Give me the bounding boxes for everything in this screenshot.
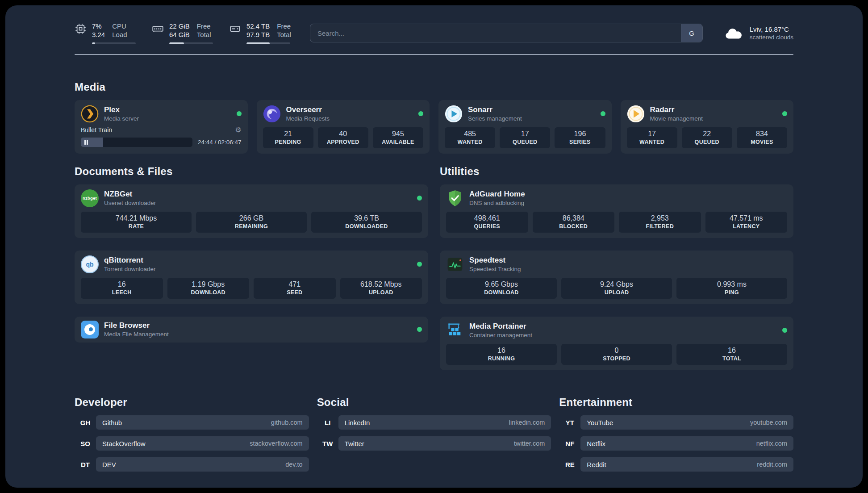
service-card-plex[interactable]: Plex Media server Bullet Train ⚙ [75,100,248,154]
service-card-portainer[interactable]: Media Portainer Container management 16 … [440,317,793,370]
bookmark-linkedin[interactable]: LI LinkedIn linkedin.com [317,415,551,430]
search-input[interactable] [310,24,681,42]
stat-label: BLOCKED [534,223,613,230]
stat-label: DOWNLOAD [169,289,248,296]
stat-tile: 39.6 TB DOWNLOADED [311,212,422,233]
service-card-sonarr[interactable]: Sonarr Series management 485 WANTED 17 Q… [438,100,612,154]
stat-label: REMAINING [198,223,305,230]
stat-label: WANTED [447,139,493,145]
stat-tile: 0.993 ms PING [676,278,787,299]
bookmark-name: Twitter [345,440,364,447]
bookmark-github[interactable]: GH Github github.com [75,415,309,430]
stat-value: 744.21 Mbps [83,214,190,222]
service-card-adguard[interactable]: AdGuard Home DNS and adblocking 498,461 … [440,184,793,238]
stat-value: 266 GB [198,214,305,222]
playback-time: 24:44 / 02:06:47 [198,139,242,146]
disk-label-bottom: Total [277,31,291,39]
disk-metric: 52.4 TB 97.9 TB Free Total [229,22,291,44]
bookmark-abbr: YT [559,415,580,430]
bookmark-twitter[interactable]: TW Twitter twitter.com [317,436,551,451]
bookmark-name: YouTube [587,419,613,426]
service-name: NZBGet [104,190,156,199]
stat-tile: 9.65 Gbps DOWNLOAD [446,278,557,299]
playback-progress-bar[interactable] [81,138,192,147]
stat-value: 945 [375,130,421,138]
service-name: qBittorrent [104,256,156,265]
bookmark-group-social: Social LI LinkedIn linkedin.com TW Twitt… [317,395,551,472]
stat-tile: 2,953 FILTERED [619,212,701,233]
bookmark-group-developer: Developer GH Github github.com SO StackO… [75,395,309,472]
bookmark-youtube[interactable]: YT YouTube youtube.com [559,415,793,430]
bookmark-url: reddit.com [757,461,787,468]
stat-tile: 266 GB REMAINING [196,212,307,233]
section-title-social: Social [317,395,551,409]
cpu-label-top: CPU [112,22,127,31]
service-description: Usenet downloader [104,200,156,206]
stat-value: 485 [447,130,493,138]
status-dot [417,327,422,332]
bookmark-url: stackoverflow.com [250,440,302,447]
overseerr-icon [263,105,281,123]
service-card-radarr[interactable]: Radarr Movie management 17 WANTED 22 QUE… [621,100,794,154]
stat-tile: 9.24 Gbps UPLOAD [561,278,672,299]
service-name: Overseerr [286,105,330,114]
stat-tile: 744.21 Mbps RATE [81,212,192,233]
service-card-nzbget[interactable]: nzbget NZBGet Usenet downloader 744.21 M… [75,184,428,238]
stat-value: 17 [501,130,548,138]
adguard-icon [446,189,464,207]
service-name: AdGuard Home [469,190,525,199]
stat-value: 21 [265,130,312,138]
section-title-entertainment: Entertainment [559,395,793,409]
gear-icon[interactable]: ⚙ [235,126,241,134]
service-card-filebrowser[interactable]: File Browser Media File Management [75,317,428,343]
bookmark-name: LinkedIn [345,419,370,426]
service-description: Movie management [650,115,703,122]
bookmark-url: youtube.com [750,419,787,426]
dashboard-page: 7% 3.24 CPU Load [5,5,863,488]
memory-total: 64 GiB [169,31,190,39]
bookmark-name: DEV [102,461,116,468]
pause-icon[interactable] [84,138,88,147]
cpu-percent: 7% [92,22,105,31]
bookmark-abbr: NF [559,436,580,451]
service-card-overseerr[interactable]: Overseerr Media Requests 21 PENDING 40 A… [257,100,430,154]
stat-label: QUEUED [501,139,548,145]
service-name: Media Portainer [469,322,532,331]
stat-label: RATE [83,223,190,230]
cpu-label-bottom: Load [112,31,127,39]
stat-label: UPLOAD [563,289,670,296]
bookmark-stackoverflow[interactable]: SO StackOverflow stackoverflow.com [75,436,309,451]
stat-tile: 17 QUEUED [500,127,550,148]
status-dot [417,262,422,267]
service-description: Series management [468,115,522,122]
section-title-documents: Documents & Files [75,164,428,178]
cloud-icon [723,26,744,40]
bookmark-abbr: SO [75,436,96,451]
nzbget-icon-text: nzbget [83,196,97,201]
bookmark-url: netflix.com [756,440,787,447]
bookmark-netflix[interactable]: NF Netflix netflix.com [559,436,793,451]
bookmark-dev[interactable]: DT DEV dev.to [75,457,309,472]
service-description: Torrent downloader [104,266,156,272]
header-divider [75,54,793,55]
stat-label: TOTAL [678,355,785,362]
stat-label: QUERIES [448,223,526,230]
status-dot [782,111,787,116]
search-provider-button[interactable]: G [681,24,702,42]
service-description: Media server [104,115,139,122]
stat-tile: 1.19 Gbps DOWNLOAD [167,278,250,299]
stat-value: 16 [83,280,161,288]
service-card-qbittorrent[interactable]: qb qBittorrent Torrent downloader 16 LEE… [75,251,428,304]
stat-value: 2,953 [621,214,699,222]
status-dot [601,111,605,116]
section-utilities: Utilities AdGuard Home [440,164,793,370]
stat-tile: 86,384 BLOCKED [533,212,615,233]
section-title-utilities: Utilities [440,164,793,178]
bookmark-reddit[interactable]: RE Reddit reddit.com [559,457,793,472]
memory-label-top: Free [197,22,211,31]
service-card-speedtest[interactable]: Speedtest Speedtest Tracking 9.65 Gbps D… [440,251,793,304]
search-area: G [310,24,703,42]
service-name: Speedtest [469,256,521,265]
status-dot [237,111,242,116]
weather-widget: Lviv, 16.87°C scattered clouds [723,25,793,41]
